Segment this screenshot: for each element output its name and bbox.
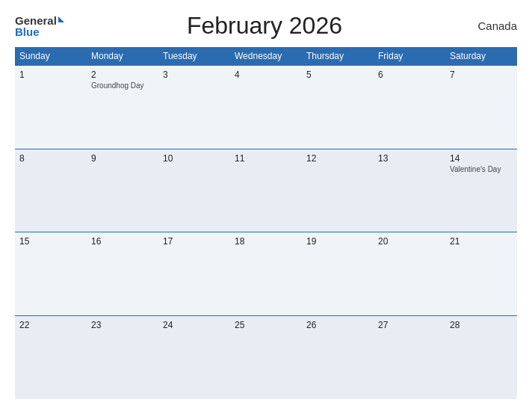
day-number: 8 — [19, 153, 82, 164]
cell-week2-day3: 11 — [230, 149, 302, 232]
header-monday: Monday — [87, 47, 158, 66]
header-friday: Friday — [374, 47, 445, 66]
header-saturday: Saturday — [445, 47, 517, 66]
cell-week1-day3: 4 — [230, 66, 302, 149]
day-number: 9 — [91, 153, 154, 164]
cell-week4-day1: 23 — [87, 315, 158, 399]
cell-week1-day2: 3 — [158, 66, 230, 149]
cell-week3-day0: 15 — [15, 232, 87, 316]
logo-general-text: General — [15, 15, 57, 26]
day-number: 28 — [450, 320, 513, 330]
day-number: 25 — [235, 320, 297, 330]
day-number: 3 — [163, 69, 226, 80]
cell-week2-day0: 8 — [15, 149, 87, 232]
day-number: 10 — [163, 153, 226, 164]
cell-week2-day5: 13 — [374, 149, 445, 232]
week-row-1: 12Groundhog Day34567 — [15, 66, 517, 149]
cell-week4-day5: 27 — [374, 315, 445, 399]
country-label: Canada — [465, 19, 517, 32]
day-number: 24 — [163, 320, 226, 330]
cell-week2-day1: 9 — [87, 149, 158, 232]
day-number: 5 — [306, 69, 369, 80]
day-number: 2 — [91, 69, 154, 80]
day-number: 21 — [450, 236, 513, 247]
week-row-2: 891011121314Valentine's Day — [15, 149, 517, 232]
cell-week4-day4: 26 — [302, 315, 374, 399]
day-number: 1 — [19, 69, 82, 80]
weekday-header-row: Sunday Monday Tuesday Wednesday Thursday… — [15, 47, 517, 66]
day-number: 23 — [91, 320, 154, 330]
logo-triangle-icon — [58, 16, 64, 22]
week-row-4: 22232425262728 — [15, 315, 517, 399]
day-number: 13 — [378, 153, 441, 164]
logo-blue-text: Blue — [15, 26, 40, 37]
cell-week4-day0: 22 — [15, 315, 87, 399]
cell-week1-day4: 5 — [302, 66, 374, 149]
cell-week1-day0: 1 — [15, 66, 87, 149]
cell-week4-day2: 24 — [158, 315, 230, 399]
calendar-title: February 2026 — [64, 12, 465, 40]
cell-week3-day5: 20 — [374, 232, 445, 316]
cell-week3-day3: 18 — [230, 232, 302, 316]
header-wednesday: Wednesday — [230, 47, 302, 66]
day-number: 12 — [306, 153, 369, 164]
cell-week2-day6: 14Valentine's Day — [445, 149, 517, 232]
day-number: 16 — [91, 236, 154, 247]
day-number: 27 — [378, 320, 441, 330]
calendar-header: General Blue February 2026 Canada — [15, 12, 517, 40]
event-label: Valentine's Day — [450, 165, 513, 173]
header-tuesday: Tuesday — [158, 47, 230, 66]
day-number: 19 — [306, 236, 369, 247]
cell-week4-day6: 28 — [445, 315, 517, 399]
cell-week3-day4: 19 — [302, 232, 374, 316]
cell-week3-day1: 16 — [87, 232, 158, 316]
logo: General Blue — [15, 15, 64, 37]
header-sunday: Sunday — [15, 47, 87, 66]
day-number: 18 — [235, 236, 297, 247]
day-number: 14 — [450, 153, 513, 164]
day-number: 15 — [19, 236, 82, 247]
cell-week3-day2: 17 — [158, 232, 230, 316]
day-number: 17 — [163, 236, 226, 247]
cell-week3-day6: 21 — [445, 232, 517, 316]
header-thursday: Thursday — [302, 47, 374, 66]
calendar-table: Sunday Monday Tuesday Wednesday Thursday… — [15, 47, 517, 399]
day-number: 26 — [306, 320, 369, 330]
calendar-body: 12Groundhog Day34567891011121314Valentin… — [15, 66, 517, 400]
calendar-page: General Blue February 2026 Canada Sunday… — [0, 0, 532, 411]
day-number: 20 — [378, 236, 441, 247]
day-number: 11 — [235, 153, 297, 164]
cell-week2-day2: 10 — [158, 149, 230, 232]
cell-week2-day4: 12 — [302, 149, 374, 232]
cell-week1-day1: 2Groundhog Day — [87, 66, 158, 149]
day-number: 4 — [235, 69, 297, 80]
cell-week4-day3: 25 — [230, 315, 302, 399]
week-row-3: 15161718192021 — [15, 232, 517, 316]
cell-week1-day6: 7 — [445, 66, 517, 149]
day-number: 22 — [19, 320, 82, 330]
day-number: 6 — [378, 69, 441, 80]
cell-week1-day5: 6 — [374, 66, 445, 149]
day-number: 7 — [450, 69, 513, 80]
event-label: Groundhog Day — [91, 81, 154, 90]
